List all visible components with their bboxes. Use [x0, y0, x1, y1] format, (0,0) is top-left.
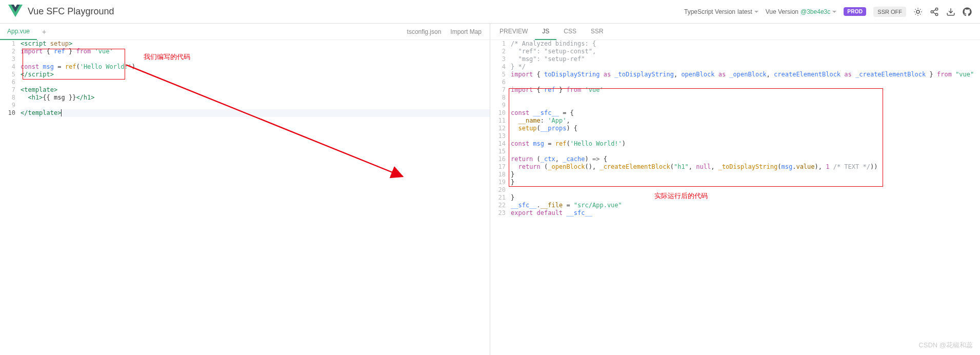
- prod-badge[interactable]: PROD: [844, 7, 866, 16]
- tab-app-vue[interactable]: App.vue: [0, 24, 37, 40]
- source-tabs: App.vue + tsconfig.json Import Map: [0, 24, 490, 40]
- main: App.vue + tsconfig.json Import Map 我们编写的…: [0, 24, 980, 355]
- source-editor[interactable]: 我们编写的代码 1<script setup>2import { ref } f…: [0, 40, 490, 355]
- tab-import-map[interactable]: Import Map: [450, 28, 482, 35]
- ts-version-value: latest: [737, 8, 752, 15]
- annotation-text-left: 我们编写的代码: [144, 53, 190, 61]
- output-tabs: PREVIEW JS CSS SSR: [490, 24, 980, 40]
- ssr-toggle[interactable]: SSR OFF: [873, 7, 906, 17]
- download-icon[interactable]: [946, 7, 955, 16]
- share-icon[interactable]: [930, 7, 939, 16]
- github-icon[interactable]: [963, 7, 972, 16]
- tab-ssr[interactable]: SSR: [584, 24, 611, 40]
- ts-version-selector[interactable]: TypeScript Version latest: [684, 8, 758, 15]
- tab-css[interactable]: CSS: [556, 24, 584, 40]
- svg-point-3: [935, 13, 938, 16]
- header-right: TypeScript Version latest Vue Version @3…: [684, 7, 972, 17]
- tab-preview[interactable]: PREVIEW: [492, 24, 535, 40]
- compiled-editor[interactable]: 实际运行后的代码 1/* Analyzed bindings: {2 "ref"…: [490, 40, 980, 355]
- svg-point-2: [931, 10, 933, 13]
- chevron-down-icon: [754, 11, 758, 15]
- add-tab-button[interactable]: +: [37, 28, 51, 36]
- tab-js[interactable]: JS: [535, 24, 556, 40]
- theme-icon[interactable]: [913, 7, 923, 16]
- header-left: Vue SFC Playground: [8, 4, 114, 19]
- header: Vue SFC Playground TypeScript Version la…: [0, 0, 980, 24]
- chevron-down-icon: [832, 11, 836, 15]
- svg-point-0: [916, 10, 919, 13]
- vue-logo-icon: [8, 4, 23, 19]
- vue-version-label: Vue Version: [766, 8, 798, 15]
- vue-version-value: @3be4e3c: [801, 8, 830, 15]
- output-pane: PREVIEW JS CSS SSR 实际运行后的代码 1/* Analyzed…: [490, 24, 980, 355]
- ts-version-label: TypeScript Version: [684, 8, 735, 15]
- source-pane: App.vue + tsconfig.json Import Map 我们编写的…: [0, 24, 490, 355]
- annotation-text-right: 实际运行后的代码: [654, 192, 708, 200]
- svg-point-1: [935, 8, 938, 10]
- app-title: Vue SFC Playground: [28, 6, 114, 17]
- vue-version-selector[interactable]: Vue Version @3be4e3c: [766, 8, 837, 15]
- tab-tsconfig[interactable]: tsconfig.json: [407, 28, 442, 35]
